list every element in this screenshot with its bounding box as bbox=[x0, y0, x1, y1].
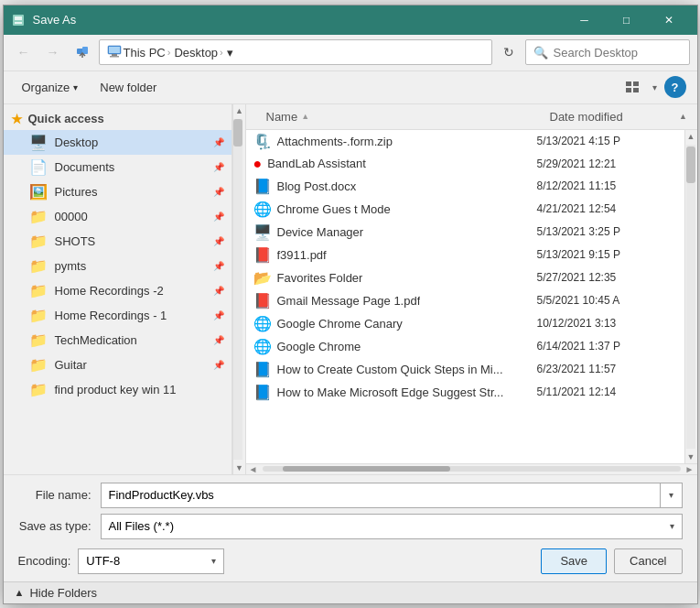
save-as-type-row: Save as type: All Files (*.*) ▾ bbox=[18, 514, 683, 539]
file-row[interactable]: 📂 Favorites Folder 5/27/2021 12:35 bbox=[246, 266, 684, 289]
sidebar-item-home-rec-1[interactable]: 📁 Home Recordings - 1 📌 bbox=[4, 303, 232, 328]
encoding-dropdown[interactable]: UTF-8 ▾ bbox=[78, 548, 224, 574]
documents-icon: 📄 bbox=[29, 158, 48, 176]
file-row[interactable]: 📕 Gmail Message Page 1.pdf 5/5/2021 10:4… bbox=[246, 289, 684, 312]
h-scroll-right[interactable]: ► bbox=[684, 463, 695, 474]
close-button[interactable]: ✕ bbox=[648, 5, 690, 35]
file-row[interactable]: 🌐 Google Chrome 6/14/2021 1:37 P bbox=[246, 335, 684, 358]
file-row[interactable]: ● BandLab Assistant 5/29/2021 12:21 bbox=[246, 153, 684, 175]
hide-folders-button[interactable]: ▲ Hide Folders bbox=[15, 586, 98, 600]
address-chevron-1: › bbox=[167, 47, 171, 58]
save-as-type-label: Save as type: bbox=[18, 519, 101, 533]
collapse-icon: ▲ bbox=[15, 587, 25, 598]
title-bar: Save As ─ □ ✕ bbox=[4, 5, 697, 35]
file-list-scroll-up-header[interactable]: ▲ bbox=[677, 110, 690, 123]
pin-icon-00000: 📌 bbox=[213, 212, 224, 222]
save-as-type-dropdown[interactable]: All Files (*.*) ▾ bbox=[101, 514, 683, 539]
sidebar-item-desktop[interactable]: 🖥️ Desktop 📌 bbox=[4, 130, 232, 155]
quick-access-label: Quick access bbox=[28, 112, 104, 125]
file-name-input[interactable] bbox=[101, 483, 661, 508]
maximize-button[interactable]: □ bbox=[606, 5, 648, 35]
sidebar-item-techmedication[interactable]: 📁 TechMedication 📌 bbox=[4, 328, 232, 353]
file-scroll-up[interactable]: ▲ bbox=[684, 130, 697, 143]
nav-bar: ← → This PC › bbox=[4, 35, 697, 71]
new-folder-button[interactable]: New folder bbox=[92, 77, 164, 98]
svg-rect-12 bbox=[633, 88, 639, 92]
file-name-text: Google Chrome bbox=[277, 340, 361, 353]
sidebar-scrollbar[interactable]: ▲ ▼ bbox=[232, 104, 245, 474]
file-col-name: 📕 f3911.pdf bbox=[253, 246, 537, 264]
address-desktop: Desktop › bbox=[174, 46, 222, 60]
file-icon-chrome-canary: 🌐 bbox=[253, 315, 272, 332]
sidebar-item-documents[interactable]: 📄 Documents 📌 bbox=[4, 155, 232, 179]
file-row[interactable]: 🌐 Google Chrome Canary 10/12/2021 3:13 bbox=[246, 312, 684, 335]
folder-icon-shots: 📁 bbox=[29, 233, 48, 250]
file-row[interactable]: 🗜️ Attachments-.form.zip 5/13/2021 4:15 … bbox=[246, 130, 684, 153]
file-date: 8/12/2021 11:15 bbox=[537, 179, 677, 192]
sidebar-item-pictures[interactable]: 🖼️ Pictures 📌 bbox=[4, 179, 232, 204]
file-icon-pdf1: 📕 bbox=[253, 246, 272, 264]
file-row[interactable]: 🌐 Chrome Gues t Mode 4/21/2021 12:54 bbox=[246, 198, 684, 221]
file-date: 5/5/2021 10:45 A bbox=[537, 294, 677, 307]
view-toggle-button[interactable] bbox=[619, 74, 645, 100]
hide-folders-label: Hide Folders bbox=[29, 586, 97, 600]
file-name-text: Chrome Gues t Mode bbox=[277, 202, 391, 216]
encoding-label: Encoding: bbox=[18, 554, 71, 568]
pin-icon-pictures: 📌 bbox=[213, 187, 224, 197]
encoding-dropdown-icon: ▾ bbox=[211, 556, 216, 566]
sidebar-item-find-product-key[interactable]: 📁 find product key win 11 bbox=[4, 377, 232, 402]
folder-icon-pymts: 📁 bbox=[29, 257, 48, 275]
file-icon-docx: 📘 bbox=[253, 178, 272, 195]
address-this-pc: This PC › bbox=[107, 45, 171, 60]
file-scroll-down[interactable]: ▼ bbox=[684, 451, 697, 463]
sidebar-item-label-shots: SHOTS bbox=[55, 234, 96, 248]
file-name-text: Gmail Message Page 1.pdf bbox=[277, 294, 421, 308]
file-row[interactable]: 📕 f3911.pdf 5/13/2021 9:15 P bbox=[246, 244, 684, 266]
sidebar-scroll-up[interactable]: ▲ bbox=[233, 104, 246, 117]
sidebar-item-guitar[interactable]: 📁 Guitar 📌 bbox=[4, 353, 232, 377]
dialog-icon bbox=[11, 13, 26, 27]
sidebar-item-shots[interactable]: 📁 SHOTS 📌 bbox=[4, 229, 232, 254]
sidebar-item-label-guitar: Guitar bbox=[55, 358, 87, 372]
organize-button[interactable]: Organize ▾ bbox=[15, 77, 86, 98]
horizontal-scrollbar: ◄ ► bbox=[246, 463, 697, 474]
sidebar-item-home-rec-2[interactable]: 📁 Home Recordings -2 📌 bbox=[4, 278, 232, 303]
pin-icon-home-rec-2: 📌 bbox=[213, 286, 224, 296]
sidebar-item-label-home-rec-2: Home Recordings -2 bbox=[55, 284, 164, 298]
col-header-date[interactable]: Date modified bbox=[546, 108, 677, 125]
file-list-scrollbar[interactable]: ▲ ▼ bbox=[684, 130, 697, 463]
file-row[interactable]: 📘 How to Make Microsoft Edge Suggest Str… bbox=[246, 381, 684, 404]
sidebar-scroll-down[interactable]: ▼ bbox=[233, 461, 246, 474]
forward-button[interactable]: → bbox=[40, 39, 66, 65]
file-row[interactable]: 🖥️ Device Manager 5/13/2021 3:25 P bbox=[246, 221, 684, 244]
file-name-dropdown-button[interactable]: ▾ bbox=[661, 483, 683, 508]
save-as-dialog: Save As ─ □ ✕ ← → bbox=[3, 5, 698, 604]
up-button[interactable] bbox=[70, 39, 95, 65]
save-button[interactable]: Save bbox=[541, 548, 607, 574]
sidebar-item-label-documents: Documents bbox=[55, 160, 115, 174]
file-name-text: Favorites Folder bbox=[277, 271, 363, 285]
file-icon-chrome-guest: 🌐 bbox=[253, 201, 272, 218]
file-icon-pdf2: 📕 bbox=[253, 292, 272, 309]
sidebar-item-pymts[interactable]: 📁 pymts 📌 bbox=[4, 254, 232, 278]
this-pc-icon bbox=[107, 45, 122, 60]
help-button[interactable]: ? bbox=[664, 76, 686, 98]
col-header-name[interactable]: Name ▲ bbox=[263, 108, 546, 125]
address-dropdown-button[interactable]: ▾ bbox=[227, 46, 233, 60]
file-col-name: 📂 Favorites Folder bbox=[253, 269, 537, 287]
file-name-text: Blog Post.docx bbox=[277, 179, 357, 193]
back-button[interactable]: ← bbox=[11, 39, 37, 65]
desktop-label: Desktop bbox=[174, 46, 218, 60]
minimize-button[interactable]: ─ bbox=[564, 5, 606, 35]
file-row[interactable]: 📘 How to Create Custom Quick Steps in Mi… bbox=[246, 358, 684, 381]
file-row[interactable]: 📘 Blog Post.docx 8/12/2021 11:15 bbox=[246, 175, 684, 198]
pin-icon-home-rec-1: 📌 bbox=[213, 310, 224, 320]
cancel-button[interactable]: Cancel bbox=[614, 548, 682, 574]
h-scroll-left[interactable]: ◄ bbox=[248, 463, 259, 474]
address-bar[interactable]: This PC › Desktop › ▾ bbox=[99, 39, 492, 65]
this-pc-label: This PC bbox=[124, 46, 166, 60]
svg-rect-4 bbox=[82, 47, 88, 54]
search-input[interactable] bbox=[554, 46, 682, 60]
refresh-button[interactable]: ↻ bbox=[496, 39, 522, 65]
sidebar-item-00000[interactable]: 📁 00000 📌 bbox=[4, 204, 232, 229]
